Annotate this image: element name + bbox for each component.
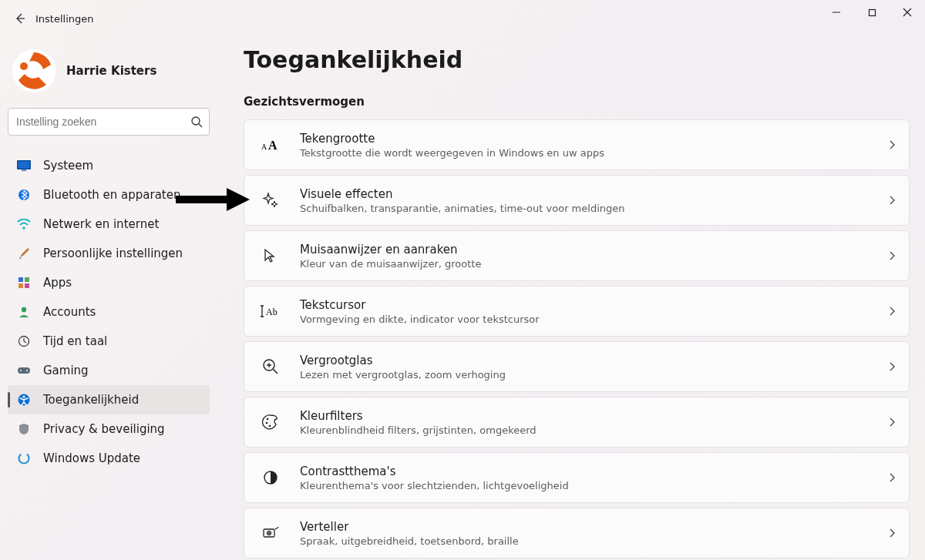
svg-rect-0 xyxy=(869,9,875,15)
card-title: Vergrootglas xyxy=(300,354,881,367)
wifi-icon xyxy=(15,219,32,230)
svg-point-17 xyxy=(26,370,28,371)
sidebar-item-accounts[interactable]: Accounts xyxy=(8,297,210,327)
sidebar-item-label: Netwerk en internet xyxy=(43,217,159,231)
svg-point-19 xyxy=(22,395,25,397)
sidebar-item-label: Apps xyxy=(43,276,72,290)
text-cursor-icon: Ab xyxy=(258,304,283,318)
sidebar-item-windows-update[interactable]: Windows Update xyxy=(8,444,210,473)
titlebar: Instellingen xyxy=(0,0,925,37)
svg-rect-5 xyxy=(18,162,30,169)
chevron-right-icon xyxy=(889,140,895,149)
chevron-right-icon xyxy=(889,251,895,260)
sidebar-item-label: Tijd en taal xyxy=(43,334,107,348)
svg-text:A: A xyxy=(268,139,278,152)
shield-icon xyxy=(15,423,32,435)
card-text-cursor[interactable]: Ab Tekstcursor Vormgeving en dikte, indi… xyxy=(244,286,910,337)
card-title: Verteller xyxy=(300,520,881,534)
svg-rect-6 xyxy=(22,170,26,171)
bluetooth-icon xyxy=(15,189,32,201)
chevron-right-icon xyxy=(889,362,895,371)
card-narrator[interactable]: Verteller Spraak, uitgebreidheid, toetse… xyxy=(244,508,910,558)
search-input[interactable] xyxy=(16,116,190,128)
apps-icon xyxy=(15,277,32,289)
svg-rect-15 xyxy=(18,367,30,374)
card-subtitle: Schuifbalken, transparantie, animaties, … xyxy=(300,203,881,214)
svg-rect-9 xyxy=(18,277,23,282)
narrator-icon xyxy=(258,525,283,542)
card-title: Tekstcursor xyxy=(300,298,881,312)
svg-point-3 xyxy=(192,117,200,125)
card-subtitle: Kleurenblindheid filters, grijstinten, o… xyxy=(300,424,881,436)
svg-point-13 xyxy=(22,307,26,312)
window-controls xyxy=(819,0,925,25)
sidebar-item-label: Windows Update xyxy=(43,451,140,465)
minimize-button[interactable] xyxy=(819,0,854,25)
sidebar-item-network[interactable]: Netwerk en internet xyxy=(8,210,210,239)
card-title: Kleurfilters xyxy=(300,409,881,423)
clock-globe-icon xyxy=(15,335,32,347)
svg-rect-12 xyxy=(25,283,29,288)
sidebar-item-accessibility[interactable]: Toegankelijkheid xyxy=(8,385,210,414)
svg-text:A: A xyxy=(261,143,267,151)
maximize-button[interactable] xyxy=(854,0,890,25)
svg-point-26 xyxy=(266,422,268,424)
sidebar-item-time-language[interactable]: Tijd en taal xyxy=(8,327,210,356)
update-icon xyxy=(15,452,32,464)
search-icon xyxy=(190,116,203,128)
card-subtitle: Vormgeving en dikte, indicator voor teks… xyxy=(300,314,881,325)
card-subtitle: Lezen met vergrootglas, zoom verhoging xyxy=(300,369,881,381)
avatar xyxy=(12,49,56,92)
card-color-filters[interactable]: Kleurfilters Kleurenblindheid filters, g… xyxy=(244,397,910,448)
card-title: Contrastthema's xyxy=(300,464,881,478)
contrast-icon xyxy=(258,470,283,485)
sidebar-item-system[interactable]: Systeem xyxy=(8,151,210,180)
chevron-right-icon xyxy=(889,307,895,316)
page-title: Toegankelijkheid xyxy=(244,46,910,73)
card-mouse-pointer[interactable]: Muisaanwijzer en aanraken Kleur van de m… xyxy=(244,230,910,281)
app-title: Instellingen xyxy=(35,13,94,25)
palette-icon xyxy=(258,414,283,431)
sidebar-item-label: Gaming xyxy=(43,364,89,377)
chevron-right-icon xyxy=(889,473,895,482)
sidebar-item-label: Persoonlijke instellingen xyxy=(43,246,183,260)
card-subtitle: Kleur van de muisaanwijzer, grootte xyxy=(300,258,881,270)
close-icon xyxy=(903,8,912,17)
arrow-left-icon xyxy=(14,12,26,25)
card-magnifier[interactable]: Vergrootglas Lezen met vergrootglas, zoo… xyxy=(244,341,910,392)
search-box[interactable] xyxy=(8,108,210,136)
sidebar-item-gaming[interactable]: Gaming xyxy=(8,356,210,385)
close-button[interactable] xyxy=(890,0,925,25)
sidebar-item-label: Accounts xyxy=(43,305,96,319)
text-size-icon: AA xyxy=(258,137,283,153)
card-subtitle: Spraak, uitgebreidheid, toetsenbord, bra… xyxy=(300,535,881,547)
avatar-icon xyxy=(12,49,56,92)
main-content: Toegankelijkheid Gezichtsvermogen AA Tek… xyxy=(244,37,910,560)
accessibility-icon xyxy=(15,394,32,406)
user-section[interactable]: Harrie Kisters xyxy=(12,49,156,92)
sidebar-item-personalization[interactable]: Persoonlijke instellingen xyxy=(8,239,210,268)
sparkle-icon xyxy=(258,192,283,209)
magnifier-plus-icon xyxy=(258,358,283,375)
card-contrast-themes[interactable]: Contrastthema's Kleurenthema's voor slec… xyxy=(244,452,910,503)
sidebar-item-privacy[interactable]: Privacy & beveiliging xyxy=(8,414,210,444)
section-header: Gezichtsvermogen xyxy=(244,95,910,109)
sidebar-item-label: Privacy & beveiliging xyxy=(43,422,165,436)
chevron-right-icon xyxy=(889,417,895,427)
svg-point-8 xyxy=(22,226,25,230)
card-text-size[interactable]: AA Tekengrootte Tekstgrootte die wordt w… xyxy=(244,119,910,170)
chevron-right-icon xyxy=(889,528,895,538)
sidebar-item-bluetooth[interactable]: Bluetooth en apparaten xyxy=(8,180,210,210)
svg-point-27 xyxy=(269,425,271,428)
svg-rect-11 xyxy=(18,283,23,288)
sidebar-item-label: Toegankelijkheid xyxy=(43,393,139,407)
person-icon xyxy=(15,306,32,318)
sidebar-nav: Systeem Bluetooth en apparaten Netwerk e… xyxy=(8,151,210,473)
sidebar-item-apps[interactable]: Apps xyxy=(8,268,210,297)
display-icon xyxy=(15,160,32,171)
card-title: Tekengrootte xyxy=(300,132,881,146)
back-button[interactable] xyxy=(9,8,31,29)
card-visual-effects[interactable]: Visuele effecten Schuifbalken, transpara… xyxy=(244,175,910,226)
card-title: Visuele effecten xyxy=(300,187,881,201)
sidebar-item-label: Bluetooth en apparaten xyxy=(43,188,181,202)
